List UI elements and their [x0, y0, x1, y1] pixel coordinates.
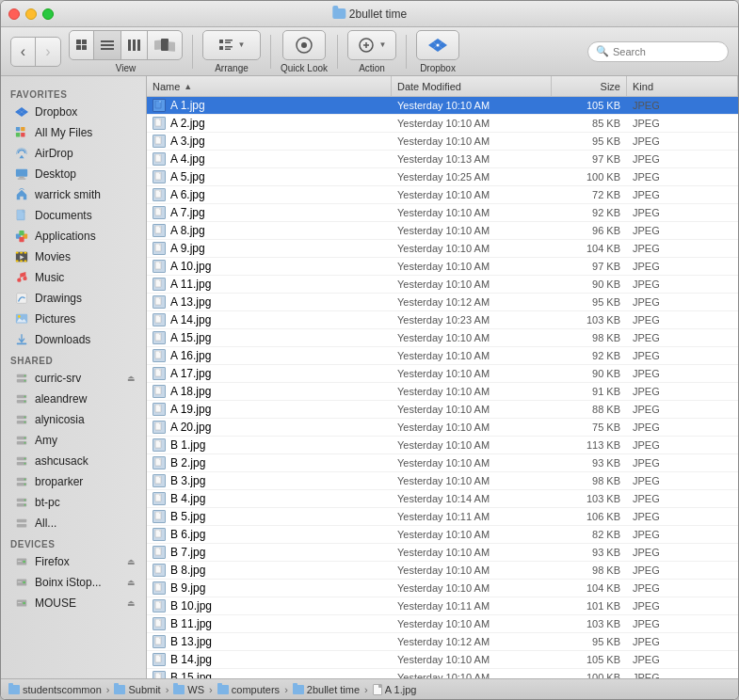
header-size[interactable]: Size	[552, 76, 627, 96]
sidebar-item-aleandrew[interactable]: aleandrew	[1, 389, 146, 409]
statusbar: studentscommon›Submit›WS›computers›2bull…	[1, 678, 738, 699]
action-button[interactable]: ▼	[348, 31, 395, 59]
sidebar-item-applications[interactable]: Applications	[1, 226, 146, 247]
table-row[interactable]: A 9.jpg Yesterday 10:10 AM 104 KB JPEG	[147, 240, 738, 258]
table-row[interactable]: B 7.jpg Yesterday 10:10 AM 93 KB JPEG	[147, 544, 738, 562]
sidebar-item-warrick-smith[interactable]: warrick smith	[1, 184, 146, 205]
back-button[interactable]: ‹	[11, 38, 36, 66]
sidebar-item-alynicosia[interactable]: alynicosia	[1, 409, 146, 430]
file-date-cell: Yesterday 10:10 AM	[392, 454, 552, 471]
table-row[interactable]: A 7.jpg Yesterday 10:10 AM 92 KB JPEG	[147, 204, 738, 222]
sidebar-item-desktop[interactable]: Desktop	[1, 164, 146, 184]
table-row[interactable]: B 3.jpg Yesterday 10:10 AM 98 KB JPEG	[147, 472, 738, 490]
table-row[interactable]: B 1.jpg Yesterday 10:10 AM 113 KB JPEG	[147, 437, 738, 454]
path-item[interactable]: Submit	[114, 684, 160, 695]
table-row[interactable]: B 2.jpg Yesterday 10:10 AM 93 KB JPEG	[147, 454, 738, 472]
arrange-button[interactable]: ▼	[203, 31, 260, 59]
icon-view-button[interactable]	[70, 31, 94, 59]
column-view-button[interactable]	[121, 31, 148, 59]
table-row[interactable]: B 15.jpg Yesterday 10:10 AM 100 KB JPEG	[147, 669, 738, 678]
forward-button[interactable]: ›	[36, 38, 60, 66]
file-size-cell: 92 KB	[552, 347, 627, 364]
table-row[interactable]: A 4.jpg Yesterday 10:13 AM 97 KB JPEG	[147, 151, 738, 168]
sidebar-item-all-files[interactable]: All My Files	[1, 122, 146, 143]
close-button[interactable]	[8, 8, 20, 20]
sidebar-item-boinx[interactable]: Boinx iStop... ⏏	[1, 572, 146, 593]
table-row[interactable]: A 11.jpg Yesterday 10:10 AM 90 KB JPEG	[147, 276, 738, 294]
sidebar-item-documents[interactable]: Documents	[1, 205, 146, 226]
search-box[interactable]: 🔍	[587, 41, 729, 62]
sidebar-item-firefox[interactable]: Firefox ⏏	[1, 551, 146, 572]
table-row[interactable]: B 10.jpg Yesterday 10:11 AM 101 KB JPEG	[147, 597, 738, 615]
eject-icon-boinx[interactable]: ⏏	[125, 577, 137, 588]
table-row[interactable]: B 4.jpg Yesterday 10:14 AM 103 KB JPEG	[147, 490, 738, 508]
table-row[interactable]: A 16.jpg Yesterday 10:10 AM 92 KB JPEG	[147, 347, 738, 365]
svg-rect-108	[159, 315, 161, 317]
quicklook-button[interactable]	[283, 31, 325, 59]
table-row[interactable]: A 8.jpg Yesterday 10:10 AM 96 KB JPEG	[147, 222, 738, 240]
eject-icon-firefox[interactable]: ⏏	[125, 556, 137, 567]
table-row[interactable]: B 14.jpg Yesterday 10:10 AM 105 KB JPEG	[147, 651, 738, 669]
minimize-button[interactable]	[25, 8, 37, 20]
table-row[interactable]: A 14.jpg Yesterday 10:23 AM 103 KB JPEG	[147, 311, 738, 329]
table-row[interactable]: B 13.jpg Yesterday 10:12 AM 95 KB JPEG	[147, 633, 738, 651]
file-date-cell: Yesterday 10:14 AM	[392, 490, 552, 507]
file-size-cell: 105 KB	[552, 651, 627, 668]
table-row[interactable]: B 11.jpg Yesterday 10:10 AM 103 KB JPEG	[147, 615, 738, 633]
search-input[interactable]	[613, 46, 720, 57]
table-row[interactable]: A 10.jpg Yesterday 10:10 AM 97 KB JPEG	[147, 258, 738, 276]
sidebar-item-pictures[interactable]: Pictures	[1, 309, 146, 329]
header-date[interactable]: Date Modified	[392, 76, 552, 96]
sidebar-item-bt-pc[interactable]: bt-pc	[1, 492, 146, 513]
coverflow-view-button[interactable]	[148, 31, 182, 59]
table-row[interactable]: A 19.jpg Yesterday 10:10 AM 88 KB JPEG	[147, 401, 738, 419]
table-row[interactable]: A 18.jpg Yesterday 10:10 AM 91 KB JPEG	[147, 383, 738, 401]
header-name[interactable]: Name ▲	[147, 76, 392, 96]
svg-rect-6	[219, 46, 223, 50]
path-item[interactable]: 2bullet time	[293, 684, 360, 695]
table-row[interactable]: B 6.jpg Yesterday 10:10 AM 82 KB JPEG	[147, 526, 738, 544]
sidebar-item-dropbox[interactable]: Dropbox	[1, 102, 146, 122]
sidebar-item-downloads[interactable]: Downloads	[1, 329, 146, 350]
path-item[interactable]: computers	[217, 684, 280, 695]
table-row[interactable]: A 2.jpg Yesterday 10:10 AM 85 KB JPEG	[147, 115, 738, 133]
table-row[interactable]: A 1.jpg Yesterday 10:10 AM 105 KB JPEG	[147, 97, 738, 115]
table-row[interactable]: A 17.jpg Yesterday 10:10 AM 90 KB JPEG	[147, 365, 738, 383]
sidebar-item-curric-srv[interactable]: curric-srv ⏏	[1, 368, 146, 389]
table-row[interactable]: B 8.jpg Yesterday 10:10 AM 98 KB JPEG	[147, 562, 738, 580]
table-row[interactable]: B 5.jpg Yesterday 10:11 AM 106 KB JPEG	[147, 508, 738, 526]
sidebar-item-drawings[interactable]: Drawings	[1, 288, 146, 309]
file-size-cell: 104 KB	[552, 580, 627, 597]
dropbox-button[interactable]	[417, 31, 458, 59]
eject-icon-mouse[interactable]: ⏏	[125, 597, 137, 609]
header-kind[interactable]: Kind	[627, 76, 738, 96]
table-row[interactable]: A 3.jpg Yesterday 10:10 AM 95 KB JPEG	[147, 133, 738, 151]
sidebar-item-ashcusack[interactable]: ashcusack	[1, 451, 146, 471]
path-item[interactable]: studentscommon	[8, 684, 102, 695]
sidebar-item-mouse[interactable]: MOUSE ⏏	[1, 593, 146, 613]
file-size-cell: 92 KB	[552, 204, 627, 221]
svg-rect-86	[159, 119, 161, 120]
eject-icon-curric[interactable]: ⏏	[125, 373, 137, 384]
sidebar-item-all[interactable]: All...	[1, 513, 146, 533]
file-date-cell: Yesterday 10:10 AM	[392, 669, 552, 678]
path-item[interactable]: WS	[173, 684, 204, 695]
sidebar-item-amy[interactable]: Amy	[1, 430, 146, 451]
table-row[interactable]: B 9.jpg Yesterday 10:10 AM 104 KB JPEG	[147, 580, 738, 597]
path-item[interactable]: A 1.jpg	[373, 684, 417, 695]
maximize-button[interactable]	[42, 8, 54, 20]
arrange-section: ▼ Arrange	[202, 30, 261, 73]
sidebar-item-movies[interactable]: Movies	[1, 247, 146, 267]
table-row[interactable]: A 5.jpg Yesterday 10:25 AM 100 KB JPEG	[147, 168, 738, 186]
arrange-button-group: ▼	[202, 30, 261, 60]
file-size-cell: 103 KB	[552, 615, 627, 632]
sidebar-item-music[interactable]: Music	[1, 267, 146, 288]
list-view-button[interactable]	[94, 31, 121, 59]
file-date-cell: Yesterday 10:13 AM	[392, 151, 552, 167]
table-row[interactable]: A 6.jpg Yesterday 10:10 AM 72 KB JPEG	[147, 186, 738, 204]
sidebar-item-broparker[interactable]: broparker	[1, 471, 146, 492]
table-row[interactable]: A 20.jpg Yesterday 10:10 AM 75 KB JPEG	[147, 419, 738, 437]
sidebar-item-airdrop[interactable]: AirDrop	[1, 143, 146, 164]
table-row[interactable]: A 15.jpg Yesterday 10:10 AM 98 KB JPEG	[147, 329, 738, 347]
table-row[interactable]: A 13.jpg Yesterday 10:12 AM 95 KB JPEG	[147, 294, 738, 311]
